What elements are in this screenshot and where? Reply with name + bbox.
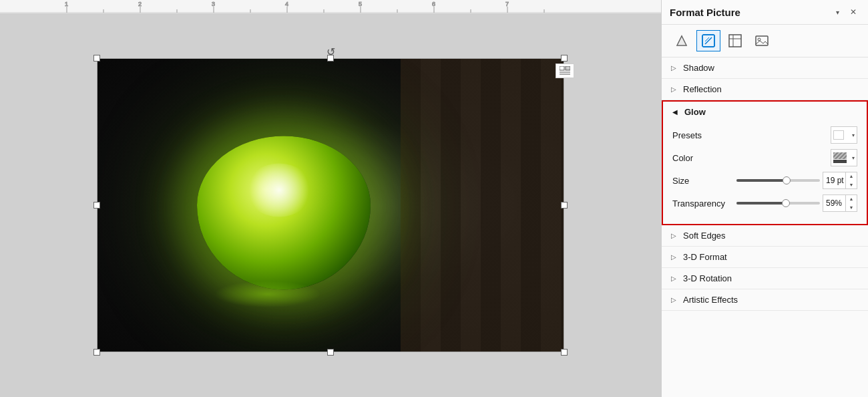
panel-header-icons: ▾ ✕ [831, 5, 860, 19]
soft-edges-section[interactable]: ▷ Soft Edges [662, 225, 868, 247]
tab-fill-line[interactable] [670, 30, 694, 51]
reflection-label: Reflection [683, 84, 722, 94]
image-container[interactable]: ↺ [77, 45, 584, 366]
3d-format-arrow: ▷ [671, 253, 679, 261]
svg-text:4: 4 [285, 1, 288, 7]
handle-bot-left[interactable] [93, 349, 100, 356]
ball-highlight [246, 164, 312, 217]
transparency-value: 59% [823, 198, 845, 208]
svg-rect-0 [0, 0, 661, 13]
transparency-label: Transparency [672, 198, 732, 209]
3d-format-label: 3-D Format [683, 252, 727, 262]
tab-effects[interactable] [696, 30, 720, 51]
svg-rect-32 [756, 36, 768, 45]
glow-label: Glow [684, 107, 706, 117]
tab-size-properties[interactable] [723, 30, 747, 51]
handle-mid-right[interactable] [561, 202, 568, 209]
panel-header: Format Picture ▾ ✕ [662, 0, 868, 25]
artistic-effects-section[interactable]: ▷ Artistic Effects [662, 289, 868, 311]
panel-dropdown-button[interactable]: ▾ [831, 5, 844, 19]
soft-edges-label: Soft Edges [683, 231, 726, 241]
svg-text:5: 5 [359, 1, 362, 7]
image-frame [97, 58, 564, 352]
canvas-content: ↺ [0, 13, 661, 397]
size-row: Size 19 pt ▲ ▼ [672, 172, 857, 189]
transparency-row: Transparency 59% ▲ ▼ [672, 194, 857, 212]
transparency-spinner-up[interactable]: ▲ [846, 194, 857, 203]
svg-text:2: 2 [138, 1, 142, 7]
reflection-arrow: ▷ [671, 86, 679, 93]
svg-point-33 [758, 38, 761, 41]
size-slider-fill [736, 179, 787, 182]
3d-format-section[interactable]: ▷ 3-D Format [662, 247, 868, 268]
color-label: Color [672, 153, 732, 163]
ruler-top: 1 2 3 4 5 6 7 [0, 0, 661, 13]
svg-rect-24 [566, 66, 570, 70]
svg-rect-23 [560, 66, 564, 70]
tab-picture[interactable] [750, 30, 774, 51]
svg-text:1: 1 [65, 1, 68, 7]
shadow-section[interactable]: ▷ Shadow [662, 57, 868, 79]
3d-rotation-label: 3-D Rotation [683, 273, 732, 283]
transparency-slider-track[interactable] [736, 202, 820, 205]
presets-dropdown[interactable]: ▾ [831, 126, 857, 144]
transparency-spinner-arrows: ▲ ▼ [845, 194, 857, 212]
presets-swatch [833, 130, 844, 140]
transparency-slider-thumb[interactable] [782, 199, 790, 207]
size-slider-track[interactable] [736, 179, 820, 182]
panel-close-button[interactable]: ✕ [847, 5, 860, 19]
size-spinner[interactable]: 19 pt ▲ ▼ [823, 172, 857, 189]
ball-body [197, 136, 371, 290]
size-spinner-up[interactable]: ▲ [846, 172, 857, 180]
color-swatch-container [833, 152, 847, 163]
transparency-spinner-down[interactable]: ▼ [846, 203, 857, 212]
layout-options-icon[interactable] [556, 63, 574, 78]
tab-icons-row [662, 25, 868, 57]
glow-arrow: ◀ [672, 108, 680, 116]
glow-header[interactable]: ◀ Glow [663, 102, 867, 122]
size-slider-thumb[interactable] [783, 176, 791, 184]
size-value: 19 pt [823, 176, 845, 185]
3d-rotation-section[interactable]: ▷ 3-D Rotation [662, 268, 868, 289]
canvas-area: 1 2 3 4 5 6 7 [0, 0, 661, 397]
panel-body: ▷ Shadow ▷ Reflection ◀ Glow Presets [662, 57, 868, 397]
glow-section: ◀ Glow Presets ▾ Color [662, 100, 868, 225]
soft-edges-arrow: ▷ [671, 232, 679, 239]
handle-top-right[interactable] [561, 55, 568, 61]
reflection-section[interactable]: ▷ Reflection [662, 79, 868, 100]
presets-row: Presets ▾ [672, 126, 857, 144]
color-row: Color ▾ [672, 149, 857, 166]
handle-top-mid[interactable] [327, 55, 334, 61]
shadow-arrow: ▷ [671, 64, 679, 72]
handle-top-left[interactable] [93, 55, 100, 61]
handle-bot-right[interactable] [561, 349, 568, 356]
transparency-slider-fill [736, 202, 786, 205]
floor-glow [214, 281, 321, 307]
size-label: Size [672, 176, 732, 186]
ball-image [97, 59, 564, 352]
color-control: ▾ [736, 149, 857, 166]
transparency-slider-container: 59% ▲ ▼ [736, 194, 857, 212]
panel-title: Format Picture [670, 7, 740, 18]
svg-text:6: 6 [432, 1, 435, 7]
glow-content: Presets ▾ Color [663, 122, 867, 224]
size-slider-container: 19 pt ▲ ▼ [736, 172, 857, 189]
size-spinner-down[interactable]: ▼ [846, 180, 857, 189]
3d-rotation-arrow: ▷ [671, 275, 679, 282]
artistic-effects-arrow: ▷ [671, 296, 679, 303]
format-picture-panel: Format Picture ▾ ✕ [661, 0, 868, 397]
size-spinner-arrows: ▲ ▼ [845, 172, 857, 189]
svg-text:3: 3 [212, 1, 215, 7]
shadow-label: Shadow [683, 63, 714, 73]
svg-text:7: 7 [505, 1, 509, 7]
artistic-effects-label: Artistic Effects [683, 295, 738, 305]
handle-mid-left[interactable] [93, 202, 100, 209]
handle-bot-mid[interactable] [327, 349, 334, 356]
presets-control: ▾ [736, 126, 857, 144]
dark-background [401, 59, 564, 352]
transparency-spinner[interactable]: 59% ▲ ▼ [823, 194, 857, 212]
svg-rect-29 [729, 35, 741, 47]
presets-label: Presets [672, 130, 732, 140]
color-dropdown[interactable]: ▾ [831, 149, 857, 166]
